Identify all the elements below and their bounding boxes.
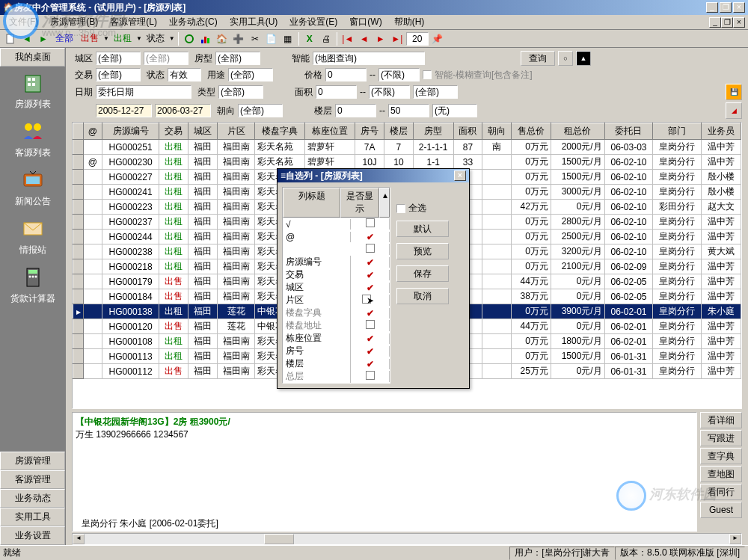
dialog-list-item[interactable]: 片区➤ — [283, 294, 390, 307]
dialog-cancel-button[interactable]: 取消 — [396, 288, 449, 304]
tool-chart-icon[interactable] — [198, 31, 213, 46]
filter-floor-to[interactable] — [388, 104, 429, 117]
dialog-item-check[interactable]: ✔ — [351, 283, 390, 293]
menu-help[interactable]: 帮助(H) — [388, 16, 431, 28]
col-header[interactable]: 售总价 — [512, 123, 551, 140]
dialog-item-check[interactable]: ✔ — [351, 359, 390, 369]
filter-area-to[interactable] — [369, 85, 410, 99]
sidebar-item-client-list[interactable]: 客源列表 — [0, 115, 65, 164]
filter-date-from[interactable] — [96, 104, 152, 117]
sidebar-item-housing-list[interactable]: 房源列表 — [0, 67, 65, 115]
dialog-list-item[interactable]: 交易✔ — [283, 268, 390, 281]
sidebar-btn-housing[interactable]: 房源管理 — [0, 452, 65, 470]
filter-floor-extra[interactable] — [432, 104, 477, 117]
dialog-list-item[interactable]: 楼盘地址 — [283, 319, 390, 332]
filter-up-button[interactable]: ▲ — [576, 51, 591, 66]
filter-area-extra[interactable] — [413, 85, 458, 99]
col-header[interactable]: 租总价 — [551, 123, 604, 140]
filter-price-to[interactable] — [378, 68, 420, 81]
filter-type[interactable] — [215, 52, 260, 65]
search-button[interactable]: 查询 — [521, 51, 555, 66]
dialog-selectall-checkbox[interactable] — [396, 204, 405, 213]
menu-window[interactable]: 窗口(W) — [343, 16, 387, 28]
filter-floor-from[interactable] — [335, 104, 376, 117]
filter-deal[interactable] — [96, 68, 141, 81]
btn-lookup-map[interactable]: 查地图 — [700, 466, 742, 482]
btn-write-followup[interactable]: 写跟进 — [700, 430, 742, 446]
sidebar-item-intel[interactable]: 情报站 — [0, 212, 65, 261]
tool-add-icon[interactable]: ➕ — [231, 31, 246, 46]
tool-new-icon[interactable] — [3, 31, 18, 46]
col-header[interactable]: 房源编号 — [102, 123, 159, 140]
tool-print-icon[interactable]: 🖨 — [319, 31, 334, 46]
tool-prevpg-icon[interactable]: ◄ — [357, 31, 372, 46]
menu-file[interactable]: 文件(F) — [3, 16, 44, 28]
col-header[interactable]: 片区 — [217, 123, 255, 140]
dialog-save-button[interactable]: 保存 — [396, 265, 449, 282]
toolbar-sell[interactable]: 出售▼ — [78, 32, 109, 45]
dialog-item-check[interactable] — [351, 244, 390, 255]
dialog-list-item[interactable]: 房号✔ — [283, 345, 390, 357]
filter-save-icon[interactable]: 💾 — [726, 84, 742, 100]
sidebar-btn-settings[interactable]: 业务设置 — [0, 526, 65, 545]
filter-cat[interactable] — [218, 85, 263, 99]
filter-city[interactable] — [96, 52, 141, 65]
col-header[interactable]: 业务员 — [701, 123, 741, 140]
tool-scissors-icon[interactable]: ✂ — [248, 31, 263, 46]
scroll-left-icon[interactable]: ◄ — [73, 534, 85, 544]
close-button[interactable]: × — [733, 2, 745, 13]
col-header[interactable]: @ — [84, 123, 102, 140]
tool-refresh-icon[interactable] — [182, 31, 197, 46]
col-header[interactable]: 楼盘字典 — [255, 123, 305, 140]
sidebar-btn-tools[interactable]: 实用工具 — [0, 508, 65, 526]
tool-pin-icon[interactable]: 📌 — [430, 31, 445, 46]
minimize-button[interactable]: _ — [706, 2, 718, 13]
scroll-thumb[interactable] — [264, 534, 294, 544]
dialog-item-check[interactable]: ✔ — [351, 333, 390, 344]
dialog-item-check[interactable] — [351, 320, 390, 331]
menu-housing[interactable]: 房源管理(B) — [44, 16, 104, 28]
dialog-list-item[interactable]: 总层 — [283, 370, 390, 383]
dialog-item-check[interactable]: ✔ — [351, 270, 390, 280]
col-header[interactable]: 房型 — [413, 123, 453, 140]
tool-first-icon[interactable]: |◄ — [340, 31, 355, 46]
col-header[interactable]: 面积 — [453, 123, 482, 140]
col-header[interactable]: 朝向 — [482, 123, 512, 140]
sidebar-item-calc[interactable]: 货款计算器 — [0, 261, 65, 310]
child-minimize-button[interactable]: _ — [709, 17, 721, 28]
col-header[interactable]: 城区 — [188, 123, 218, 140]
dialog-list-item[interactable]: 楼盘字典✔ — [283, 307, 390, 319]
tool-last-icon[interactable]: ►| — [390, 31, 405, 46]
btn-view-peer[interactable]: 看同行 — [700, 484, 742, 500]
child-restore-button[interactable]: ❐ — [721, 17, 733, 28]
dialog-close-button[interactable]: × — [454, 170, 466, 181]
dialog-preview-button[interactable]: 预览 — [396, 243, 449, 259]
dialog-item-check[interactable]: ✔ — [351, 232, 390, 242]
toolbar-all[interactable]: 全部 — [52, 32, 76, 45]
filter-area-from[interactable] — [316, 85, 357, 99]
sidebar-title[interactable]: 我的桌面 — [0, 48, 65, 67]
dialog-header-label[interactable]: 列标题 — [283, 188, 340, 218]
dialog-titlebar[interactable]: ≡ 自选列 - [房源列表] × — [278, 169, 469, 182]
dialog-item-check[interactable]: ➤ — [351, 295, 390, 306]
col-header[interactable]: 房号 — [355, 123, 384, 140]
child-close-button[interactable]: × — [733, 17, 745, 28]
menu-client[interactable]: 客源管理(L) — [104, 16, 163, 28]
dialog-list-item[interactable]: 楼层✔ — [283, 357, 390, 370]
col-header[interactable]: 栋座位置 — [305, 123, 355, 140]
table-row[interactable]: @HG000230出租福田福田南彩天名苑碧萝轩10J101-1330万元1500… — [73, 155, 741, 170]
tool-excel-icon[interactable]: X — [302, 31, 317, 46]
toolbar-page-input[interactable] — [406, 32, 429, 46]
filter-date-to[interactable] — [155, 104, 211, 117]
sidebar-btn-activity[interactable]: 业务动态 — [0, 489, 65, 508]
filter-face[interactable] — [238, 104, 283, 117]
dialog-item-check[interactable]: ✔ — [351, 257, 390, 268]
dialog-list-item[interactable]: 栋座位置✔ — [283, 332, 390, 345]
dialog-list-item[interactable]: √ — [283, 218, 390, 230]
horizontal-scrollbar[interactable]: ◄ ► — [72, 533, 742, 545]
menu-activity[interactable]: 业务动态(C) — [163, 16, 224, 28]
dialog-scroll-up[interactable]: ▴ — [379, 188, 390, 218]
tool-prev-icon[interactable]: ◄ — [19, 31, 34, 46]
tool-next-icon[interactable]: ► — [36, 31, 51, 46]
col-header[interactable]: 交易 — [159, 123, 188, 140]
